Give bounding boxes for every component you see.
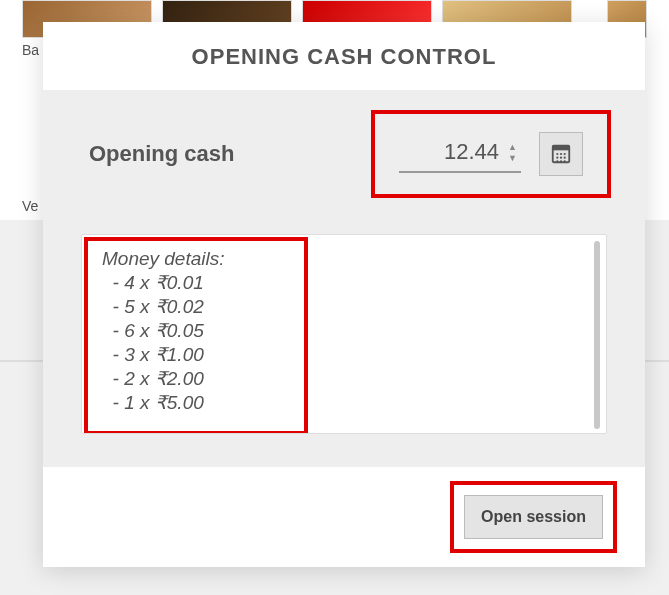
modal-body: Opening cash ▲ ▼: [43, 90, 645, 467]
svg-point-4: [564, 153, 566, 155]
details-line: - 4 x ₹0.01: [102, 272, 204, 293]
open-session-button[interactable]: Open session: [464, 495, 603, 539]
modal-footer: Open session: [43, 467, 645, 567]
product-tag: Ve: [22, 198, 38, 214]
svg-rect-1: [553, 146, 570, 151]
details-line: - 3 x ₹1.00: [102, 344, 204, 365]
svg-point-7: [564, 157, 566, 159]
money-details-text: Money details: - 4 x ₹0.01 - 5 x ₹0.02 -…: [102, 247, 586, 415]
details-line: - 2 x ₹2.00: [102, 368, 204, 389]
money-details-textarea[interactable]: Money details: - 4 x ₹0.01 - 5 x ₹0.02 -…: [81, 234, 607, 434]
details-line: - 1 x ₹5.00: [102, 392, 204, 413]
opening-cash-modal: OPENING CASH CONTROL Opening cash ▲ ▼: [43, 22, 645, 567]
modal-title: OPENING CASH CONTROL: [43, 22, 645, 90]
stepper-up-icon[interactable]: ▲: [508, 143, 517, 152]
scrollbar[interactable]: [594, 241, 600, 429]
svg-point-10: [564, 160, 566, 162]
details-line: - 6 x ₹0.05: [102, 320, 204, 341]
amount-field-wrap: ▲ ▼: [399, 135, 521, 173]
opening-cash-label: Opening cash: [81, 141, 234, 167]
opening-cash-controls: ▲ ▼: [375, 114, 607, 194]
svg-point-5: [556, 157, 558, 159]
svg-point-3: [560, 153, 562, 155]
details-line: - 5 x ₹0.02: [102, 296, 204, 317]
calculator-button[interactable]: [539, 132, 583, 176]
svg-point-9: [560, 160, 562, 162]
amount-stepper[interactable]: ▲ ▼: [508, 143, 517, 163]
opening-cash-input[interactable]: [409, 139, 499, 165]
calculator-icon: [550, 143, 572, 165]
opening-cash-row: Opening cash ▲ ▼: [81, 114, 607, 194]
stepper-down-icon[interactable]: ▼: [508, 154, 517, 163]
svg-point-8: [556, 160, 558, 162]
svg-point-2: [556, 153, 558, 155]
details-heading: Money details:: [102, 248, 225, 269]
svg-point-6: [560, 157, 562, 159]
